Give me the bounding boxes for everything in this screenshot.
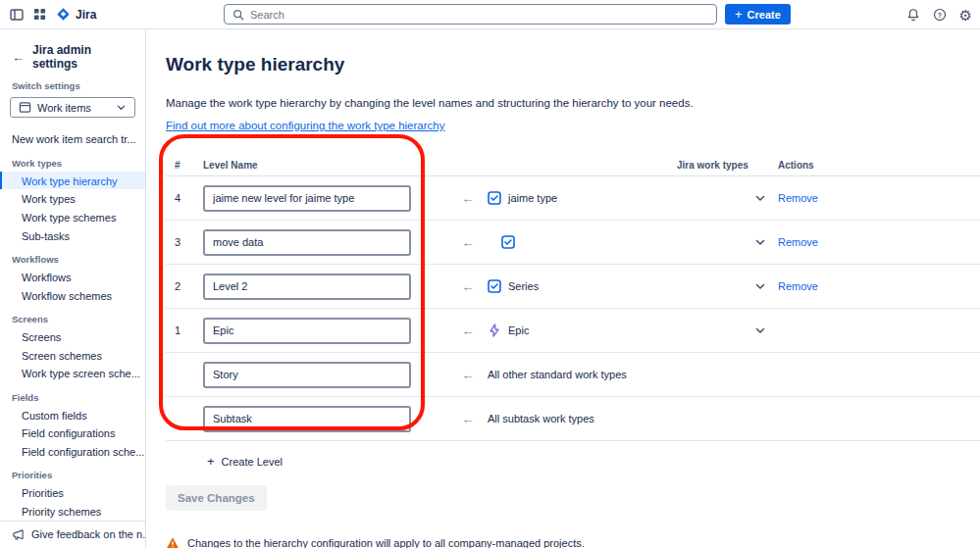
admin-settings-sidebar: ← Jira admin settings Switch settings Wo… [0,29,146,548]
table-row: 3 ← Remove [166,221,980,265]
warning-message: Changes to the hierarchy configuration w… [166,536,980,548]
sidebar-item-workflow-schemes[interactable]: Workflow schemes [0,286,145,305]
task-work-type-icon [501,235,515,249]
work-type-dropdown-chevron[interactable] [743,236,778,248]
sidebar-item-sub-tasks[interactable]: Sub-tasks [0,226,145,245]
row-number: 3 [166,236,203,248]
search-icon [232,9,244,21]
level-name-input[interactable] [203,185,411,212]
work-type-label: Series [508,280,539,292]
section-title-priorities: Priorities [0,460,145,483]
table-row: ← All other standard work types [166,353,980,397]
work-type-dropdown-chevron[interactable] [743,280,778,292]
task-work-type-icon [488,191,501,205]
sidebar-title: Jira admin settings [32,43,133,71]
left-arrow-icon: ← [448,368,488,382]
work-type-label: All subtask work types [488,413,594,424]
left-arrow-icon: ← [448,324,488,338]
header-actions: Actions [778,160,980,171]
hierarchy-table: # Level Name Jira work types Actions 4 ←… [166,155,980,441]
main-content: Work type hierarchy Manage the work type… [146,29,980,548]
back-to-admin-settings[interactable]: ← Jira admin settings [0,35,145,76]
sidebar-item-screens[interactable]: Screens [0,327,145,346]
create-level-label: Create Level [222,456,283,468]
left-arrow-icon: ← [448,235,488,250]
top-navigation-bar: Jira + Create ? ⚙ [0,0,980,29]
jira-home-logo[interactable]: Jira [56,7,96,22]
table-header-row: # Level Name Jira work types Actions [166,155,980,176]
sidebar-item-new-work-item-search[interactable]: New work item search tr... [0,129,145,148]
app-name-label: Jira [76,8,96,22]
left-arrow-icon: ← [448,412,488,426]
create-level-button[interactable]: + Create Level [207,454,283,469]
search-input[interactable] [250,9,708,21]
page-title: Work type hierarchy [166,54,980,75]
navigation-toggle-icon[interactable] [10,8,24,22]
remove-link[interactable]: Remove [778,236,818,248]
table-row: 4 ← jaime type Remove [166,176,980,221]
sidebar-item-priority-schemes[interactable]: Priority schemes [0,502,145,521]
row-number: 1 [166,324,203,336]
notifications-bell-icon[interactable] [906,8,920,22]
section-title-fields: Fields [0,382,145,406]
sidebar-item-priorities[interactable]: Priorities [0,483,145,502]
work-type-label: All other standard work types [488,369,627,380]
megaphone-icon [12,528,25,541]
sidebar-item-work-types[interactable]: Work types [0,189,145,208]
create-button[interactable]: + Create [725,4,791,25]
create-button-label: Create [748,9,781,21]
sidebar-item-work-type-screen-schemes[interactable]: Work type screen sche... [0,364,145,382]
give-feedback-link[interactable]: Give feedback on the n... [0,521,145,548]
remove-link[interactable]: Remove [778,280,818,292]
level-name-input[interactable] [203,362,411,388]
settings-switcher-dropdown[interactable]: Work items [10,97,135,118]
warning-text: Changes to the hierarchy configuration w… [187,537,585,548]
left-arrow-icon: ← [448,279,488,294]
section-title-screens: Screens [0,304,145,327]
left-arrow-icon: ← [448,191,488,206]
settings-gear-icon[interactable]: ⚙ [959,8,972,23]
epic-work-type-icon [488,324,501,337]
plus-icon: + [207,454,215,469]
section-title-work-types: Work types [0,148,145,172]
work-type-label: Epic [508,324,529,336]
app-switcher-icon[interactable] [33,8,46,21]
work-type-label: jaime type [508,192,557,204]
chevron-down-icon [116,102,127,113]
learn-more-link[interactable]: Find out more about configuring the work… [166,120,444,131]
sidebar-item-screen-schemes[interactable]: Screen schemes [0,346,145,365]
level-name-input[interactable] [203,318,411,344]
save-changes-button[interactable]: Save Changes [166,485,267,511]
work-type-dropdown-chevron[interactable] [743,192,778,204]
level-name-input[interactable] [203,274,411,300]
row-number: 4 [166,192,203,204]
warning-icon [166,536,180,548]
work-items-icon [19,101,31,114]
global-search[interactable] [224,4,717,25]
header-number: # [166,160,203,171]
sidebar-item-field-configurations[interactable]: Field configurations [0,423,145,442]
header-jira-work-types: Jira work types [488,160,778,171]
level-name-input[interactable] [203,406,411,432]
jira-logo-icon [56,7,71,22]
sidebar-item-field-configuration-schemes[interactable]: Field configuration sche... [0,442,145,461]
sidebar-item-workflows[interactable]: Workflows [0,268,145,286]
sidebar-item-work-type-schemes[interactable]: Work type schemes [0,208,145,226]
help-icon[interactable]: ? [933,8,947,22]
sidebar-item-custom-fields[interactable]: Custom fields [0,406,145,424]
svg-text:?: ? [937,12,941,19]
remove-link[interactable]: Remove [778,192,818,204]
level-name-input[interactable] [203,229,411,256]
work-type-dropdown-chevron[interactable] [743,324,778,336]
table-row: ← All subtask work types [166,397,980,441]
settings-switcher-value: Work items [37,102,91,114]
row-number: 2 [166,280,203,292]
sidebar-item-work-type-hierarchy[interactable]: Work type hierarchy [0,172,145,190]
header-level-name: Level Name [203,160,448,171]
give-feedback-label: Give feedback on the n... [31,528,145,540]
page-description: Manage the work type hierarchy by changi… [166,97,980,109]
switch-settings-label: Switch settings [0,76,145,93]
section-title-workflows: Workflows [0,244,145,268]
table-row: 1 ← Epic [166,309,980,353]
back-arrow-icon: ← [12,50,25,65]
